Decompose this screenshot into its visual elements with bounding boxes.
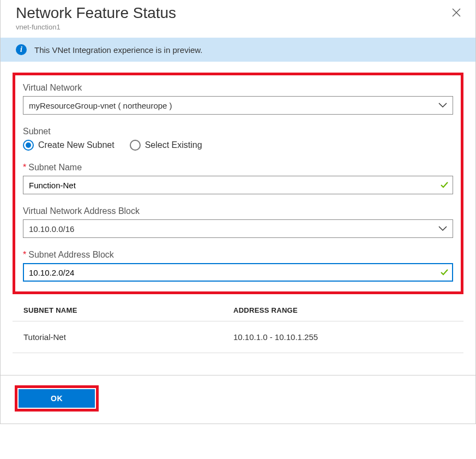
subnet-radio-group: Create New Subnet Select Existing <box>23 140 453 151</box>
form-highlight-box: Virtual Network myResourceGroup-vnet ( n… <box>13 73 463 294</box>
page-subtitle: vnet-function1 <box>16 23 448 31</box>
info-message: This VNet Integration experience is in p… <box>34 45 203 55</box>
radio-select-existing[interactable]: Select Existing <box>130 140 202 151</box>
page-title: Network Feature Status <box>16 4 448 22</box>
subnet-address-block-label: *Subnet Address Block <box>23 250 453 260</box>
valid-check-icon <box>440 268 449 277</box>
cell-address-range: 10.10.1.0 - 10.10.1.255 <box>229 321 463 353</box>
chevron-down-icon <box>438 226 447 231</box>
close-icon[interactable] <box>448 4 465 22</box>
col-subnet-name: SUBNET NAME <box>13 300 229 321</box>
vnet-select[interactable]: myResourceGroup-vnet ( northeurope ) <box>23 96 453 115</box>
vnet-address-block-value: 10.10.0.0/16 <box>29 224 74 234</box>
vnet-address-block-label: Virtual Network Address Block <box>23 206 453 216</box>
radio-select-label: Select Existing <box>145 140 202 150</box>
subnet-name-label: *Subnet Name <box>23 163 453 172</box>
info-banner: i This VNet Integration experience is in… <box>1 38 475 62</box>
info-icon: i <box>16 44 27 55</box>
panel-footer: OK <box>1 375 475 424</box>
panel-header: Network Feature Status vnet-function1 <box>1 0 475 38</box>
vnet-address-block-select[interactable]: 10.10.0.0/16 <box>23 219 453 238</box>
radio-create-label: Create New Subnet <box>38 140 115 150</box>
subnet-table: SUBNET NAME ADDRESS RANGE Tutorial-Net 1… <box>13 300 463 353</box>
panel-network-feature-status: Network Feature Status vnet-function1 i … <box>0 0 476 424</box>
vnet-select-value: myResourceGroup-vnet ( northeurope ) <box>29 101 172 110</box>
cell-subnet-name: Tutorial-Net <box>13 321 229 353</box>
ok-button-highlight: OK <box>15 385 99 412</box>
subnet-name-input[interactable] <box>23 176 453 194</box>
col-address-range: ADDRESS RANGE <box>229 300 463 321</box>
table-header-row: SUBNET NAME ADDRESS RANGE <box>13 300 463 321</box>
vnet-label: Virtual Network <box>23 83 453 93</box>
chevron-down-icon <box>438 103 447 108</box>
required-marker: * <box>23 163 26 172</box>
table-row: Tutorial-Net 10.10.1.0 - 10.10.1.255 <box>13 321 463 353</box>
subnet-label: Subnet <box>23 127 453 136</box>
subnet-address-block-input[interactable] <box>23 263 453 282</box>
radio-create-new-subnet[interactable]: Create New Subnet <box>23 140 115 151</box>
required-marker: * <box>23 250 26 259</box>
radio-unselected-icon <box>130 140 141 151</box>
ok-button[interactable]: OK <box>19 389 95 408</box>
radio-selected-icon <box>23 140 34 151</box>
valid-check-icon <box>440 181 449 189</box>
